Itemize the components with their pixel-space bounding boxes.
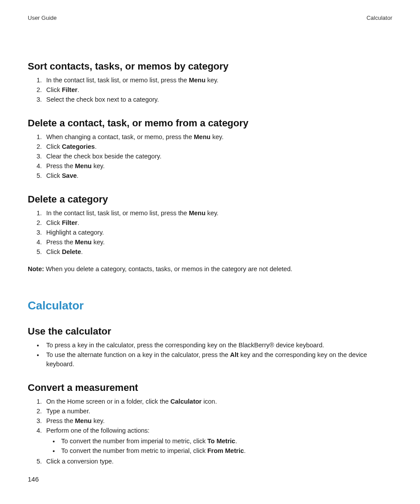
steps-delete-item: When changing a contact, task, or memo, … bbox=[28, 132, 392, 180]
step-bold: Delete bbox=[62, 248, 81, 255]
step-text: Clear the check box beside the category. bbox=[46, 153, 162, 160]
step-item: Press the Menu key. bbox=[44, 238, 392, 247]
step-item: Click Filter. bbox=[44, 85, 392, 95]
step-text: Perform one of the following actions: bbox=[46, 427, 150, 434]
step-text: Click bbox=[46, 86, 62, 93]
sub-bullet-item: To convert the number from imperial to m… bbox=[59, 437, 392, 446]
sub-bold: To Metric bbox=[207, 438, 235, 445]
step-bold: Menu bbox=[75, 162, 92, 169]
step-item: Click Filter. bbox=[44, 218, 392, 228]
step-item: Click Categories. bbox=[44, 142, 392, 151]
section-title-use-calculator: Use the calculator bbox=[28, 326, 392, 337]
step-text: key. bbox=[210, 133, 224, 140]
sub-text: To convert the number from imperial to m… bbox=[61, 438, 207, 445]
steps-delete-category: In the contact list, task list, or memo … bbox=[28, 209, 392, 257]
step-text: icon. bbox=[202, 398, 217, 405]
section-title-sort: Sort contacts, tasks, or memos by catego… bbox=[28, 61, 392, 72]
step-text: Click bbox=[46, 143, 62, 150]
step-text: When changing a contact, task, or memo, … bbox=[46, 133, 194, 140]
step-text: . bbox=[77, 86, 79, 93]
step-text: . bbox=[77, 172, 78, 179]
step-text: Press the bbox=[46, 239, 75, 246]
step-text: Highlight a category. bbox=[46, 229, 104, 236]
step-text: Click bbox=[46, 219, 62, 226]
step-bold: Menu bbox=[189, 210, 206, 217]
step-bold: Filter bbox=[62, 219, 77, 226]
bullet-item: To press a key in the calculator, press … bbox=[44, 341, 392, 350]
step-bold: Menu bbox=[75, 417, 92, 424]
note-text: When you delete a category, contacts, ta… bbox=[44, 265, 292, 272]
step-item: Select the check box next to a category. bbox=[44, 95, 392, 104]
step-text: Type a number. bbox=[46, 408, 90, 415]
section-title-delete-category: Delete a category bbox=[28, 194, 392, 205]
note-label: Note: bbox=[28, 265, 44, 272]
step-item: Perform one of the following actions: To… bbox=[44, 426, 392, 456]
step-item: In the contact list, task list, or memo … bbox=[44, 209, 392, 218]
step-item: In the contact list, task list, or memo … bbox=[44, 76, 392, 85]
step-text: On the Home screen or in a folder, click… bbox=[46, 398, 170, 405]
step-bold: Menu bbox=[194, 133, 210, 140]
sub-bullets-convert: To convert the number from imperial to m… bbox=[46, 437, 392, 456]
page-container: User Guide Calculator Sort contacts, tas… bbox=[0, 0, 420, 504]
step-text: Click a conversion type. bbox=[46, 458, 114, 465]
section-title-convert: Convert a measurement bbox=[28, 382, 392, 394]
bullets-use-calculator: To press a key in the calculator, press … bbox=[28, 341, 392, 369]
sub-text: To convert the number from metric to imp… bbox=[61, 447, 207, 454]
step-text: Click bbox=[46, 248, 62, 255]
step-item: Clear the check box beside the category. bbox=[44, 152, 392, 161]
step-item: On the Home screen or in a folder, click… bbox=[44, 397, 392, 406]
step-text: Select the check box next to a category. bbox=[46, 96, 159, 103]
step-text: Press the bbox=[46, 162, 75, 169]
section-title-delete-item: Delete a contact, task, or memo from a c… bbox=[28, 118, 392, 129]
step-item: Press the Menu key. bbox=[44, 162, 392, 171]
step-text: In the contact list, task list, or memo … bbox=[46, 210, 189, 217]
step-bold: Menu bbox=[75, 239, 92, 246]
step-bold: Filter bbox=[62, 86, 77, 93]
sub-bold: From Metric bbox=[207, 447, 244, 454]
header-left: User Guide bbox=[28, 15, 57, 21]
step-bold: Calculator bbox=[170, 398, 202, 405]
major-title-calculator: Calculator bbox=[28, 299, 392, 313]
step-text: key. bbox=[92, 239, 105, 246]
sub-text: . bbox=[235, 438, 237, 445]
bullet-text: To use the alternate function on a key i… bbox=[46, 351, 230, 358]
step-text: key. bbox=[206, 77, 219, 84]
sub-text: . bbox=[244, 447, 246, 454]
step-text: Click bbox=[46, 172, 62, 179]
step-item: Press the Menu key. bbox=[44, 416, 392, 426]
step-item: Click Save. bbox=[44, 171, 392, 180]
step-text: key. bbox=[92, 417, 105, 424]
page-number: 146 bbox=[28, 475, 39, 483]
step-item: When changing a contact, task, or memo, … bbox=[44, 132, 392, 142]
header-right: Calculator bbox=[366, 15, 392, 21]
step-text: . bbox=[95, 143, 96, 150]
sub-bullet-item: To convert the number from metric to imp… bbox=[59, 446, 392, 456]
step-text: Press the bbox=[46, 417, 75, 424]
step-item: Click Delete. bbox=[44, 247, 392, 257]
step-text: . bbox=[81, 248, 83, 255]
step-item: Highlight a category. bbox=[44, 228, 392, 237]
step-bold: Menu bbox=[189, 77, 206, 84]
bullet-item: To use the alternate function on a key i… bbox=[44, 350, 392, 369]
step-item: Click a conversion type. bbox=[44, 457, 392, 466]
step-text: key. bbox=[206, 210, 219, 217]
steps-convert: On the Home screen or in a folder, click… bbox=[28, 397, 392, 466]
step-text: In the contact list, task list, or memo … bbox=[46, 77, 189, 84]
step-bold: Save bbox=[62, 172, 77, 179]
step-text: . bbox=[77, 219, 79, 226]
step-text: key. bbox=[92, 162, 105, 169]
note-delete-category: Note: When you delete a category, contac… bbox=[28, 265, 392, 272]
step-bold: Categories bbox=[62, 143, 95, 150]
bullet-text: To press a key in the calculator, press … bbox=[46, 342, 324, 349]
page-header: User Guide Calculator bbox=[28, 15, 392, 21]
step-item: Type a number. bbox=[44, 407, 392, 416]
steps-sort: In the contact list, task list, or memo … bbox=[28, 76, 392, 104]
bullet-bold: Alt bbox=[230, 351, 239, 358]
